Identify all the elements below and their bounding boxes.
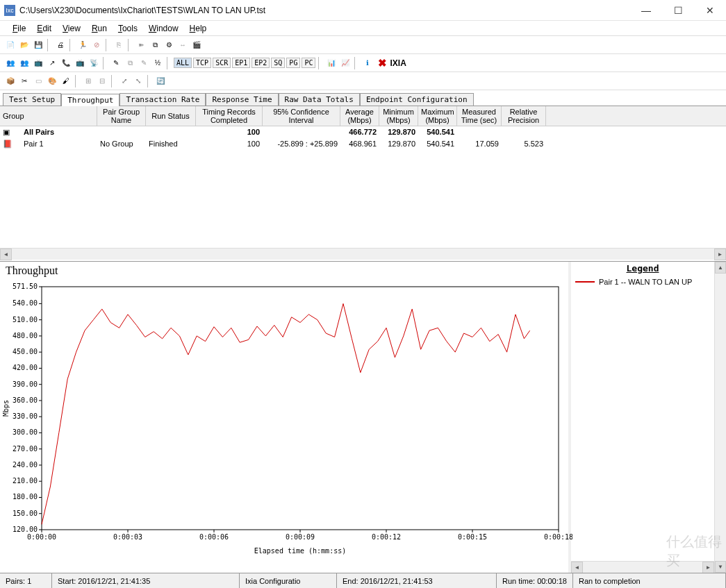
menu-help[interactable]: Help <box>184 22 213 35</box>
edit-icon[interactable]: ✎ <box>110 57 122 69</box>
menu-window[interactable]: Window <box>143 22 184 35</box>
replicate-icon[interactable]: ⧉ <box>149 39 161 51</box>
swap-icon[interactable]: ↔ <box>176 39 189 51</box>
col-header[interactable]: Maximum(Mbps) <box>418 106 457 126</box>
col-header[interactable]: MeasuredTime (sec) <box>457 106 502 126</box>
cell: 129.870 <box>379 127 418 137</box>
menu-bar: FileEditViewRunToolsWindowHelp <box>0 21 726 36</box>
copy-icon[interactable]: ⎘ <box>113 39 125 51</box>
iptv-icon[interactable]: 📡 <box>88 57 100 69</box>
svg-text:571.50: 571.50 <box>13 283 38 290</box>
stop-icon[interactable]: ⊘ <box>90 39 103 51</box>
legend-hscroll[interactable]: ◄ ► <box>571 561 714 573</box>
multi-pair-icon[interactable]: 👥 <box>18 57 31 69</box>
run-icon[interactable]: 🏃 <box>76 39 89 51</box>
svg-text:0:00:00: 0:00:00 <box>27 533 56 541</box>
group-icon[interactable]: 📦 <box>4 75 17 87</box>
filter-sq[interactable]: SQ <box>271 58 285 68</box>
print-icon[interactable]: 🖨 <box>54 39 67 51</box>
cell: No Group <box>97 139 146 149</box>
voip-icon[interactable]: 📞 <box>60 57 72 69</box>
expand-icon[interactable]: ⊞ <box>82 75 94 87</box>
close-button[interactable]: ✕ <box>694 0 726 21</box>
tab-throughput[interactable]: Throughput <box>61 94 119 106</box>
filter-pg[interactable]: PG <box>286 58 300 68</box>
menu-tools[interactable]: Tools <box>113 22 143 35</box>
toolbar-group: 📦 ✂ ▭ 🎨 🖌 ⊞ ⊟ ⤢ ⤡ 🔄 <box>0 72 726 90</box>
sort-icon[interactable]: ½ <box>151 57 164 69</box>
move-icon[interactable]: 🎨 <box>46 75 58 87</box>
svg-text:300.00: 300.00 <box>13 429 38 437</box>
replicate2-icon[interactable]: ⧉ <box>124 57 136 69</box>
open-icon[interactable]: 📂 <box>18 39 31 51</box>
scroll-down-icon[interactable]: ▼ <box>715 561 726 573</box>
menu-file[interactable]: File <box>7 22 31 35</box>
fit-icon[interactable]: ⤡ <box>132 75 145 87</box>
menu-view[interactable]: View <box>57 22 86 35</box>
menu-edit[interactable]: Edit <box>31 22 57 35</box>
select-icon[interactable]: ▭ <box>32 75 44 87</box>
tab-transaction-rate[interactable]: Transaction Rate <box>119 93 206 106</box>
table-row[interactable]: ▣All Pairs100466.772129.870540.541 <box>0 126 726 138</box>
menu-run[interactable]: Run <box>86 22 113 35</box>
filter-ep2[interactable]: EP2 <box>251 58 270 68</box>
col-header[interactable]: 95% ConfidenceInterval <box>263 106 340 126</box>
info-icon[interactable]: ℹ <box>361 57 374 69</box>
edit2-icon[interactable]: ✎ <box>138 57 150 69</box>
filter-tcp[interactable]: TCP <box>193 58 211 68</box>
minimize-button[interactable]: — <box>630 0 662 21</box>
col-header[interactable]: Run Status <box>146 106 196 126</box>
scroll-up-icon[interactable]: ▲ <box>715 262 726 274</box>
col-header[interactable]: RelativePrecision <box>502 106 546 126</box>
video-pair-icon[interactable]: 📺 <box>74 57 86 69</box>
svg-text:0:00:15: 0:00:15 <box>458 533 487 541</box>
cell: 468.961 <box>340 139 379 149</box>
col-header[interactable]: Pair GroupName <box>97 106 146 126</box>
zoom-icon[interactable]: ⤢ <box>118 75 131 87</box>
svg-text:0:00:03: 0:00:03 <box>113 533 142 541</box>
col-header[interactable]: Minimum(Mbps) <box>379 106 418 126</box>
legend-item[interactable]: Pair 1 -- WALN TO LAN UP <box>571 275 714 289</box>
prop-icon[interactable]: 🖌 <box>60 75 72 87</box>
tab-raw-data-totals[interactable]: Raw Data Totals <box>279 93 360 106</box>
cell: 540.541 <box>418 127 457 137</box>
tab-response-time[interactable]: Response Time <box>206 93 278 106</box>
save-icon[interactable]: 💾 <box>32 39 44 51</box>
horizontal-scrollbar[interactable]: ◄ ► <box>0 248 726 260</box>
tab-endpoint-configuration[interactable]: Endpoint Configuration <box>360 93 474 106</box>
legend-line-icon <box>575 281 595 283</box>
scroll-right-icon[interactable]: ► <box>714 249 726 260</box>
next-icon[interactable]: ➽ <box>135 39 147 51</box>
hw-pair-icon[interactable]: 📺 <box>32 57 44 69</box>
legend-vscroll[interactable]: ▲ ▼ <box>714 262 726 573</box>
new-icon[interactable]: 📄 <box>4 39 17 51</box>
endpoints-icon[interactable]: ⚙ <box>163 39 175 51</box>
filter-all[interactable]: ALL <box>174 58 192 68</box>
ungroup-icon[interactable]: ✂ <box>18 75 31 87</box>
scroll-right-icon[interactable]: ► <box>702 562 714 573</box>
chart-icon[interactable]: 📈 <box>339 57 352 69</box>
filter-ep1[interactable]: EP1 <box>232 58 250 68</box>
col-header[interactable]: Timing RecordsCompleted <box>196 106 263 126</box>
tab-test-setup[interactable]: Test Setup <box>3 93 61 106</box>
col-header[interactable]: Group <box>0 106 97 126</box>
filter-scr[interactable]: SCR <box>213 58 231 68</box>
scroll-left-icon[interactable]: ◄ <box>0 249 12 260</box>
status-bar: Pairs: 1 Start: 2016/12/21, 21:41:35 Ixi… <box>0 573 726 588</box>
row-icon: 📕 <box>0 139 21 149</box>
pair-icon[interactable]: 👥 <box>4 57 17 69</box>
filter-pc[interactable]: PC <box>302 58 315 68</box>
grid-body[interactable]: ▣All Pairs100466.772129.870540.541📕 Pair… <box>0 126 726 248</box>
scroll-left-icon[interactable]: ◄ <box>571 562 583 573</box>
export-icon[interactable]: 📊 <box>325 57 338 69</box>
status-runtime: Run time: 00:00:18 <box>497 573 573 588</box>
col-header[interactable]: Average(Mbps) <box>340 106 379 126</box>
video-icon[interactable]: 🎬 <box>190 39 203 51</box>
maximize-button[interactable]: ☐ <box>662 0 694 21</box>
table-row[interactable]: 📕 Pair 1No GroupFinished100-25.899 : +25… <box>0 138 726 150</box>
arrow-icon[interactable]: ↗ <box>46 57 58 69</box>
toolbar-pairs: 👥 👥 📺 ↗ 📞 📺 📡 ✎ ⧉ ✎ ½ ALL TCP SCR EP1 EP… <box>0 54 726 72</box>
collapse-icon[interactable]: ⊟ <box>96 75 108 87</box>
cell: Finished <box>146 139 196 149</box>
refresh-icon[interactable]: 🔄 <box>154 75 167 87</box>
